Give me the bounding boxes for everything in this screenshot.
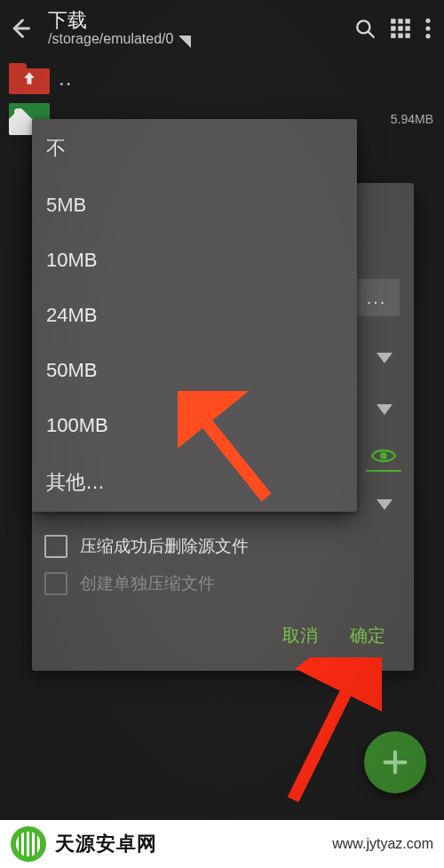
plus-icon	[380, 747, 410, 777]
path-text: /storage/emulated/0	[48, 31, 173, 47]
popup-option[interactable]: 不	[32, 119, 357, 178]
svg-rect-9	[405, 33, 409, 37]
grid-view-icon[interactable]	[389, 17, 412, 40]
add-fab[interactable]	[364, 731, 426, 793]
split-size-popup: 不 5MB 10MB 24MB 50MB 100MB 其他…	[32, 119, 357, 512]
search-icon[interactable]	[353, 17, 377, 40]
single-archive-checkbox-row: 创建单独压缩文件	[32, 565, 414, 602]
svg-rect-8	[398, 33, 402, 37]
svg-rect-2	[398, 19, 402, 23]
ok-button[interactable]: 确定	[350, 624, 385, 648]
svg-rect-6	[405, 26, 409, 30]
popup-option[interactable]: 其他…	[32, 453, 357, 512]
file-size-label: 5.94MB	[391, 112, 433, 126]
chevron-down-icon	[377, 492, 392, 515]
svg-point-13	[380, 452, 387, 459]
dialog-button-row: 取消 确定	[32, 602, 414, 671]
cancel-button[interactable]: 取消	[282, 624, 318, 648]
folder-up-icon	[9, 62, 50, 94]
chevron-down-icon	[377, 404, 392, 415]
checkbox-icon	[44, 572, 67, 595]
svg-rect-3	[405, 19, 409, 23]
popup-option[interactable]: 10MB	[32, 233, 357, 288]
title-block[interactable]: 下载 /storage/emulated/0	[48, 9, 346, 48]
svg-point-12	[425, 34, 430, 38]
chevron-down-icon	[377, 353, 392, 363]
svg-line-15	[293, 673, 355, 800]
delete-source-checkbox-row[interactable]: 压缩成功后删除源文件	[32, 528, 414, 565]
single-archive-label: 创建单独压缩文件	[80, 572, 215, 595]
up-label: ..	[59, 68, 72, 89]
app-header: 下载 /storage/emulated/0	[0, 0, 444, 57]
svg-rect-5	[398, 26, 402, 30]
page-title: 下载	[48, 9, 346, 31]
svg-point-11	[425, 26, 430, 30]
popup-option[interactable]: 5MB	[32, 178, 357, 233]
delete-source-label: 压缩成功后删除源文件	[80, 535, 249, 558]
svg-rect-1	[391, 19, 395, 23]
popup-option[interactable]: 24MB	[32, 288, 357, 343]
annotation-arrow-icon	[266, 657, 382, 808]
watermark-logo-icon	[11, 826, 46, 862]
svg-rect-7	[391, 33, 395, 37]
dropdown-caret-icon	[178, 36, 191, 48]
popup-option[interactable]: 100MB	[32, 398, 357, 453]
svg-rect-4	[391, 26, 395, 30]
eye-icon[interactable]	[366, 442, 401, 472]
svg-point-10	[425, 19, 430, 23]
watermark-bar: 天源安卓网 www.jytyaz.com	[0, 820, 444, 868]
checkbox-icon[interactable]	[44, 535, 67, 558]
parent-directory-row[interactable]: ..	[0, 57, 444, 98]
popup-option[interactable]: 50MB	[32, 343, 357, 398]
overflow-menu-icon[interactable]	[424, 17, 432, 40]
browse-path-button[interactable]: ...	[353, 279, 400, 316]
back-icon[interactable]	[7, 16, 32, 41]
path-breadcrumb: /storage/emulated/0	[48, 31, 346, 47]
watermark-url: www.jytyaz.com	[332, 836, 433, 852]
watermark-title: 天源安卓网	[55, 831, 157, 857]
